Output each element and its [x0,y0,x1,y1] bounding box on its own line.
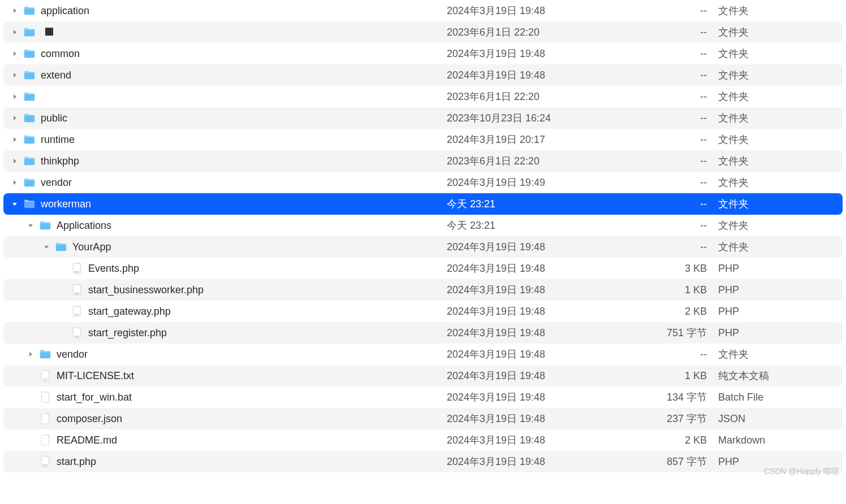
disclosure-down-icon[interactable] [42,244,51,250]
file-row[interactable]: vendor2024年3月19日 19:49--文件夹 [3,172,843,193]
php-file-icon: PHP [69,327,85,338]
disclosure-right-icon[interactable] [10,180,19,185]
file-row[interactable]: application2024年3月19日 19:48--文件夹 [3,0,843,21]
file-kind: 文件夹 [718,176,843,189]
file-date: 2024年3月19日 19:48 [447,326,656,340]
file-row[interactable]: README.md2024年3月19日 19:482 KBMarkdown [3,429,843,451]
file-size: 2 KB [656,435,718,446]
file-kind: 文件夹 [718,219,843,232]
file-row[interactable]: PHPstart_gateway.php2024年3月19日 19:482 KB… [3,301,843,322]
file-icon [37,392,53,403]
file-size: 1 KB [656,284,718,296]
folder-icon [21,91,37,102]
file-row[interactable]: composer.json2024年3月19日 19:48237 字节JSON [3,408,843,429]
file-date: 2023年10月23日 16:24 [447,111,656,125]
file-kind: 文件夹 [718,90,843,103]
file-row[interactable]: public2023年10月23日 16:24--文件夹 [3,107,843,129]
file-kind: 文件夹 [718,4,843,18]
svg-rect-10 [41,392,49,402]
file-row[interactable]: TXTMIT-LICENSE.txt2024年3月19日 19:481 KB纯文… [3,365,843,386]
svg-text:TXT: TXT [43,378,48,381]
disclosure-right-icon[interactable] [10,8,19,14]
file-row[interactable]: thinkphp2023年6月1日 22:20--文件夹 [3,150,843,172]
file-kind: PHP [718,306,843,318]
folder-icon [53,241,69,253]
disclosure-right-icon[interactable] [10,51,19,57]
file-name: Events.php [88,263,447,275]
file-size: 1 KB [656,370,718,382]
file-row[interactable]: common2024年3月19日 19:48--文件夹 [3,43,843,64]
file-size: 3 KB [656,263,718,275]
file-row[interactable]: extend2024年3月19日 19:48--文件夹 [3,64,843,86]
disclosure-right-icon[interactable] [10,29,19,35]
file-row[interactable]: PHPstart_register.php2024年3月19日 19:48751… [3,322,843,344]
file-name: start_for_win.bat [57,392,447,403]
file-size: -- [656,241,718,253]
file-size: -- [656,69,718,81]
svg-rect-12 [41,435,49,445]
file-row[interactable]: 2023年6月1日 22:20--文件夹 [3,86,843,107]
svg-text:PHP: PHP [75,335,80,338]
file-kind: 文件夹 [718,68,843,82]
folder-icon [21,198,37,210]
disclosure-right-icon[interactable] [10,158,19,164]
folder-icon [37,220,53,231]
svg-text:PHP: PHP [75,292,80,295]
file-row[interactable]: Applications今天 23:21--文件夹 [3,215,843,236]
file-row[interactable]: PHPEvents.php2024年3月19日 19:483 KBPHP [3,258,843,279]
file-icon [37,435,53,446]
file-name: composer.json [57,413,447,425]
file-name: extend [41,69,447,81]
file-name: start_gateway.php [88,306,447,318]
file-name: start_register.php [88,327,447,339]
folder-icon [21,5,37,16]
file-name [41,27,447,38]
file-row[interactable]: vendor2024年3月19日 19:48--文件夹 [3,344,843,365]
folder-icon [21,48,37,59]
file-row[interactable]: runtime2024年3月19日 20:17--文件夹 [3,129,843,150]
folder-icon [37,349,53,360]
file-kind: Markdown [718,435,843,446]
folder-icon [21,69,37,81]
file-size: -- [656,5,718,17]
disclosure-right-icon[interactable] [10,115,19,121]
file-row-selected[interactable]: workerman今天 23:21--文件夹 [3,193,843,215]
php-file-icon: PHP [69,306,85,317]
file-date: 2024年3月19日 19:48 [447,412,656,425]
disclosure-right-icon[interactable] [10,137,19,142]
file-name: vendor [57,349,447,360]
disclosure-right-icon[interactable] [26,351,35,357]
file-kind: Batch File [718,392,843,403]
file-size: 134 字节 [656,390,718,404]
file-size: -- [656,91,718,103]
file-size: -- [656,27,718,38]
file-size: -- [656,155,718,167]
file-date: 今天 23:21 [447,219,656,232]
txt-file-icon: TXT [37,370,53,381]
php-file-icon: PHP [69,263,85,274]
file-size: -- [656,177,718,189]
file-size: -- [656,48,718,60]
file-kind: 纯文本文稿 [718,369,843,383]
file-size: -- [656,198,718,210]
file-row[interactable]: start_for_win.bat2024年3月19日 19:48134 字节B… [3,386,843,408]
file-date: 2024年3月19日 19:48 [447,283,656,297]
disclosure-down-icon[interactable] [26,223,35,228]
file-date: 2024年3月19日 19:48 [447,240,656,254]
file-date: 2023年6月1日 22:20 [447,25,656,39]
disclosure-right-icon[interactable] [10,72,19,78]
file-row[interactable]: PHPstart.php2024年3月19日 19:48857 字节PHP [3,451,843,472]
file-size: -- [656,349,718,360]
file-row[interactable]: PHPstart_businessworker.php2024年3月19日 19… [3,279,843,301]
file-name: public [41,112,447,124]
file-date: 2024年3月19日 19:48 [447,433,656,447]
file-kind: 文件夹 [718,347,843,361]
file-row[interactable]: YourApp2024年3月19日 19:48--文件夹 [3,236,843,258]
file-kind: 文件夹 [718,133,843,146]
file-row[interactable]: 2023年6月1日 22:20--文件夹 [3,21,843,43]
disclosure-right-icon[interactable] [10,94,19,99]
file-date: 2023年6月1日 22:20 [447,90,656,103]
file-kind: PHP [718,263,843,275]
disclosure-down-icon[interactable] [10,201,19,207]
file-list: application2024年3月19日 19:48--文件夹2023年6月1… [0,0,846,472]
